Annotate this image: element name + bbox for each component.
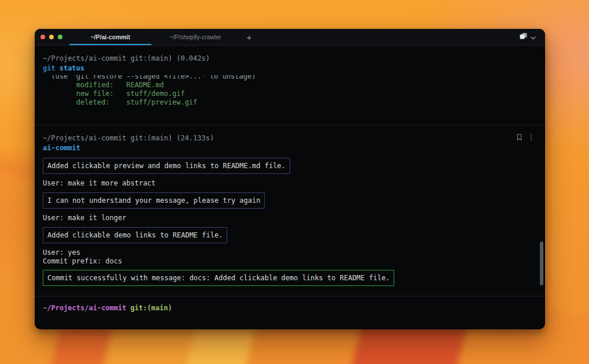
status-file: README.md	[126, 81, 164, 89]
commit-success-text: Commit successfully with message: docs: …	[47, 274, 390, 282]
git-status-row: deleted:stuff/preview.gif	[35, 98, 545, 106]
command-word-git: git	[43, 64, 55, 72]
block-header: ~/Projects/ai-commit git:(main) (24.133s…	[35, 133, 545, 143]
command-block-ai-commit: ~/Projects/ai-commit git:(main) (24.133s…	[35, 133, 545, 286]
bookmark-icon[interactable]	[516, 133, 523, 143]
kebab-menu-icon[interactable]	[530, 133, 532, 143]
traffic-lights	[35, 29, 69, 45]
titlebar-spacer	[259, 29, 519, 45]
current-prompt[interactable]: ~/Projects/ai-commitgit:(main)	[35, 304, 545, 313]
ai-suggestion-text: I can not understand your message, pleas…	[47, 196, 260, 205]
ai-suggestion-box: Added clickable preview and demo links t…	[43, 158, 290, 174]
minimize-button[interactable]	[49, 35, 54, 39]
clipped-output-line: (use "git restore --staged <file>..." to…	[35, 75, 545, 80]
terminal-window: ~/P/ai-commit ~/P/shopify-crawler +	[35, 29, 545, 329]
git-hint-text: (use "git restore --staged <file>..." to…	[43, 75, 255, 80]
user-reply-line: User: yes	[35, 248, 80, 257]
chevron-down-icon[interactable]	[531, 32, 536, 42]
prompt-line: ~/Projects/ai-commit git:(main) (0.042s)	[35, 54, 545, 62]
tab-shopify-crawler[interactable]: ~/P/shopify-crawler	[151, 29, 239, 45]
prompt-path: ~/Projects/ai-commit	[43, 304, 127, 312]
ai-suggestion-box: I can not understand your message, pleas…	[43, 192, 265, 209]
status-file: stuff/demo.gif	[126, 90, 184, 98]
ai-suggestion-box: Added clickable demo links to README fil…	[43, 227, 227, 243]
block-divider	[35, 125, 545, 125]
commit-success-box: Commit successfully with message: docs: …	[43, 270, 394, 286]
status-file: stuff/preview.gif	[126, 98, 197, 106]
user-reply-line: User: make it longer	[35, 214, 127, 222]
block-divider	[35, 296, 545, 296]
tab-label: ~/P/shopify-crawler	[169, 34, 221, 40]
active-tab-indicator	[69, 44, 151, 45]
command-line: ai-commit	[35, 144, 545, 153]
command-line: gitstatus	[35, 64, 545, 73]
ai-suggestion-text: Added clickable demo links to README fil…	[47, 231, 223, 239]
status-label: new file:	[76, 90, 127, 98]
overlapping-windows-icon[interactable]	[519, 32, 528, 42]
ai-suggestion-text: Added clickable preview and demo links t…	[47, 162, 286, 170]
titlebar[interactable]: ~/P/ai-commit ~/P/shopify-crawler +	[35, 29, 545, 46]
zoom-button[interactable]	[58, 35, 62, 39]
git-status-row: modified:README.md	[35, 81, 545, 89]
status-label: modified:	[76, 81, 127, 89]
ai-commit-dialogue: Added clickable preview and demo links t…	[35, 153, 545, 286]
block-header-actions	[516, 133, 532, 143]
close-button[interactable]	[40, 35, 45, 39]
git-status-row: new file:stuff/demo.gif	[35, 90, 545, 98]
prompt-line: ~/Projects/ai-commit git:(main) (24.133s…	[43, 134, 214, 142]
terminal-content: ~/Projects/ai-commit git:(main) (0.042s)…	[35, 46, 545, 329]
scrollbar-thumb[interactable]	[540, 242, 543, 285]
status-label: deleted:	[76, 98, 127, 106]
command-block-git-status: ~/Projects/ai-commit git:(main) (0.042s)…	[35, 46, 545, 106]
tab-label: ~/P/ai-commit	[91, 34, 131, 40]
titlebar-right-controls	[519, 29, 545, 45]
prompt-git-branch: git:(main)	[131, 304, 172, 312]
new-tab-button[interactable]: +	[239, 29, 259, 45]
tab-ai-commit[interactable]: ~/P/ai-commit	[69, 29, 151, 45]
command-word-status: status	[60, 64, 84, 72]
user-reply-line: User: make it more abstract	[35, 179, 155, 187]
commit-prefix-line: Commit prefix: docs	[35, 257, 122, 265]
